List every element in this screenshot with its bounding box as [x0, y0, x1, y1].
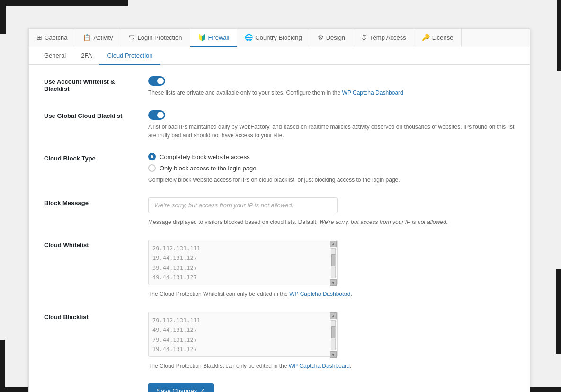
- cloud-block-type-row: Cloud Block Type Completely block websit…: [44, 153, 515, 184]
- subtab-general[interactable]: General: [36, 47, 73, 65]
- subtab-cloud-protection[interactable]: Cloud Protection: [99, 47, 160, 65]
- country-blocking-icon: 🌐: [245, 34, 253, 41]
- cloud-whitelist-textarea[interactable]: 29.112.131.111 19.44.131.127 39.44.131.1…: [148, 240, 338, 285]
- checkmark-icon: ✓: [200, 387, 205, 392]
- save-button[interactable]: Save Changes ✓: [148, 383, 214, 392]
- cloud-blacklist-label: Cloud Blacklist: [44, 312, 148, 321]
- content-area: Use Account Whitelist & Blacklist These …: [29, 65, 530, 392]
- tab-license[interactable]: 🔑 License: [414, 29, 462, 47]
- cloud-blacklist-textarea[interactable]: 79.112.131.111 49.44.131.127 79.44.131.1…: [148, 312, 338, 357]
- temp-access-icon: ⏱: [361, 34, 367, 41]
- global-blacklist-toggle-wrap: [148, 110, 515, 120]
- tab-captcha[interactable]: ⊞ Captcha: [29, 29, 75, 47]
- activity-icon: 📋: [83, 34, 91, 41]
- tabs-bar: ⊞ Captcha 📋 Activity 🛡 Login Protection …: [29, 29, 530, 47]
- account-whitelist-slider: [148, 76, 165, 86]
- bl-scroll-track: [331, 320, 336, 350]
- tab-firewall[interactable]: 🔰 Firewall: [190, 29, 238, 47]
- global-blacklist-control: A list of bad IPs maintained daily by We…: [148, 110, 515, 140]
- tab-activity[interactable]: 📋 Activity: [75, 29, 121, 47]
- cloud-whitelist-label: Cloud Whitelist: [44, 240, 148, 249]
- bl-scroll-down-arrow[interactable]: ▼: [330, 351, 337, 358]
- cloud-whitelist-control: 29.112.131.111 19.44.131.127 39.44.131.1…: [148, 240, 515, 298]
- firewall-icon: 🔰: [198, 34, 206, 41]
- radio-completely-block[interactable]: Completely block website access: [148, 153, 515, 160]
- sub-tabs-bar: General 2FA Cloud Protection: [29, 47, 530, 65]
- cloud-whitelist-row: Cloud Whitelist 29.112.131.111 19.44.131…: [44, 240, 515, 298]
- account-whitelist-toggle[interactable]: [148, 76, 165, 86]
- scroll-up-arrow[interactable]: ▲: [330, 241, 337, 247]
- cloud-block-type-desc: Completely block website access for IPs …: [148, 176, 515, 184]
- cloud-whitelist-desc: The Cloud Protection Whitelist can only …: [148, 290, 515, 298]
- account-whitelist-control: These lists are private and available on…: [148, 76, 515, 97]
- captcha-icon: ⊞: [36, 34, 42, 41]
- radio-login-only-circle: [148, 164, 156, 172]
- account-whitelist-toggle-wrap: [148, 76, 515, 86]
- cloud-blacklist-desc: The Cloud Protection Blacklist can only …: [148, 362, 515, 370]
- scroll-thumb: [331, 254, 335, 266]
- global-blacklist-label: Use Global Cloud Blacklist: [44, 110, 148, 119]
- main-panel: ⊞ Captcha 📋 Activity 🛡 Login Protection …: [28, 28, 530, 392]
- radio-completely-block-circle: [148, 153, 156, 160]
- account-whitelist-desc: These lists are private and available on…: [148, 89, 515, 97]
- cloud-blacklist-wrap: 79.112.131.111 49.44.131.127 79.44.131.1…: [148, 312, 338, 359]
- block-message-label: Block Message: [44, 197, 148, 206]
- bl-scroll-up-arrow[interactable]: ▲: [330, 312, 337, 319]
- tab-country-blocking[interactable]: 🌐 Country Blocking: [237, 29, 310, 47]
- tab-login-protection[interactable]: 🛡 Login Protection: [121, 29, 190, 47]
- cloud-blacklist-row: Cloud Blacklist 79.112.131.111 49.44.131…: [44, 312, 515, 370]
- cloud-block-type-control: Completely block website access Only blo…: [148, 153, 515, 184]
- cloud-whitelist-link[interactable]: WP Captcha Dashboard: [289, 291, 350, 297]
- tab-design[interactable]: ⚙ Design: [310, 29, 353, 47]
- login-protection-icon: 🛡: [129, 34, 135, 41]
- scroll-track: [331, 248, 336, 278]
- cloud-blacklist-control: 79.112.131.111 49.44.131.127 79.44.131.1…: [148, 312, 515, 370]
- block-message-control: Message displayed to visitors blocked ba…: [148, 197, 515, 226]
- block-message-input[interactable]: [148, 197, 338, 213]
- bl-scroll-thumb: [331, 326, 335, 338]
- block-message-row: Block Message Message displayed to visit…: [44, 197, 515, 226]
- global-blacklist-slider: [148, 110, 165, 120]
- subtab-2fa[interactable]: 2FA: [73, 47, 99, 65]
- account-whitelist-link[interactable]: WP Captcha Dashboard: [342, 89, 403, 96]
- scroll-down-arrow[interactable]: ▼: [330, 279, 337, 286]
- cloud-whitelist-wrap: 29.112.131.111 19.44.131.127 39.44.131.1…: [148, 240, 338, 287]
- save-row: Save Changes ✓: [44, 383, 515, 392]
- tab-temp-access[interactable]: ⏱ Temp Access: [353, 29, 414, 47]
- design-icon: ⚙: [318, 34, 324, 41]
- radio-login-only[interactable]: Only block access to the login page: [148, 164, 515, 172]
- cloud-block-type-label: Cloud Block Type: [44, 153, 148, 162]
- account-whitelist-row: Use Account Whitelist & Blacklist These …: [44, 76, 515, 97]
- global-blacklist-toggle[interactable]: [148, 110, 165, 120]
- block-message-desc: Message displayed to visitors blocked ba…: [148, 218, 515, 226]
- license-icon: 🔑: [422, 34, 430, 41]
- cloud-whitelist-scrollbar: ▲ ▼: [330, 240, 337, 287]
- cloud-blacklist-link[interactable]: WP Captcha Dashboard: [289, 363, 350, 369]
- global-blacklist-desc: A list of bad IPs maintained daily by We…: [148, 123, 515, 140]
- account-whitelist-label: Use Account Whitelist & Blacklist: [44, 76, 148, 92]
- global-blacklist-row: Use Global Cloud Blacklist A list of bad…: [44, 110, 515, 140]
- cloud-blacklist-scrollbar: ▲ ▼: [330, 312, 337, 359]
